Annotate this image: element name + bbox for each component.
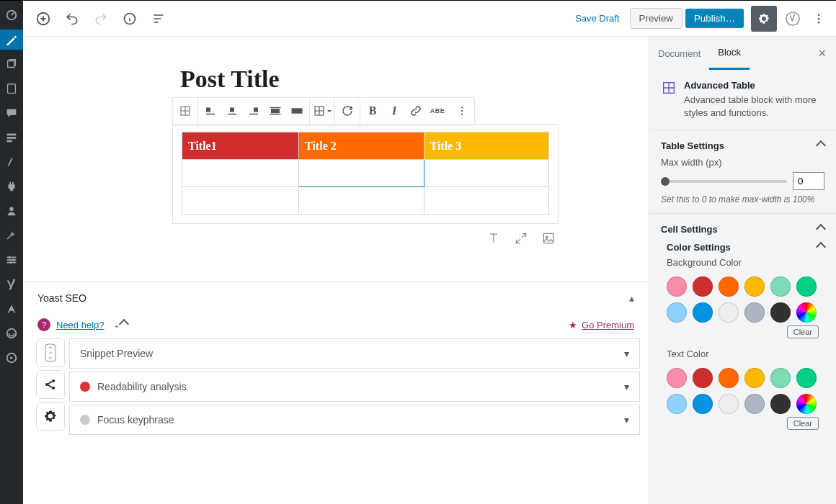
sidebar-posts[interactable] [0,30,23,50]
color-swatch[interactable] [667,276,687,297]
table-cell-selected[interactable] [299,160,424,187]
color-swatch[interactable] [693,276,713,297]
max-width-input[interactable] [793,172,824,190]
align-left-button[interactable] [200,99,221,122]
table-row[interactable] [182,187,549,215]
info-button[interactable] [117,6,143,32]
tab-block[interactable]: Block [709,37,750,70]
go-premium-link[interactable]: Go Premium [582,320,634,330]
focus-keyphrase-label: Focus keyphrase [97,414,174,426]
block-more-button[interactable] [451,99,473,122]
color-swatch[interactable] [667,302,687,323]
image-icon[interactable] [541,231,556,246]
custom-color-swatch[interactable] [796,302,817,323]
tab-document[interactable]: Document [649,38,709,69]
settings-toggle-button[interactable] [751,6,777,32]
align-right-button[interactable] [243,99,264,122]
sidebar-tools[interactable] [0,225,23,246]
text-mode-icon[interactable] [486,231,501,246]
table-header-1[interactable]: Title1 [182,132,299,160]
outline-button[interactable] [146,6,172,32]
svg-point-36 [546,236,548,238]
preview-button[interactable]: Preview [630,8,682,29]
bold-button[interactable]: B [362,99,383,122]
align-center-button[interactable] [221,99,243,122]
color-swatch[interactable] [796,368,817,388]
add-block-button[interactable] [30,6,56,32]
sidebar-users[interactable] [0,201,23,221]
sidebar-dashboard[interactable] [0,5,23,25]
table-row[interactable] [182,160,549,187]
strikethrough-button[interactable]: ABE [427,99,448,122]
block-type-icon[interactable] [174,99,196,122]
color-swatch[interactable] [770,394,791,414]
table-settings-toggle[interactable]: Table Settings [661,139,824,153]
need-help-link[interactable]: Need help? [56,320,104,330]
bg-clear-button[interactable]: Clear [787,325,819,338]
sidebar-item-a[interactable] [0,299,23,319]
color-swatch[interactable] [693,302,713,323]
sidebar-media[interactable] [0,54,23,74]
color-swatch[interactable] [667,368,687,388]
sidebar-item-c[interactable] [0,348,23,368]
color-swatch[interactable] [693,394,713,414]
yoast-header[interactable]: Yoast SEO ▴ [23,282,649,314]
color-swatch[interactable] [770,302,791,323]
color-swatch[interactable] [744,276,765,297]
sidebar-yoast[interactable] [0,274,23,294]
color-swatch[interactable] [770,276,791,297]
color-swatch[interactable] [719,394,739,414]
text-clear-button[interactable]: Clear [787,417,819,430]
sidebar-item-b[interactable] [0,323,23,343]
redo-button[interactable] [88,6,114,32]
sidebar-comments[interactable] [0,103,23,123]
color-settings-toggle[interactable]: Color Settings [661,236,824,253]
yoast-tab-snippet[interactable] [36,338,65,367]
post-title[interactable]: Post Title [180,66,649,93]
align-full-button[interactable] [286,99,308,122]
focus-keyphrase-accordion[interactable]: Focus keyphrase▾ [69,405,640,435]
color-swatch[interactable] [744,394,765,414]
sidebar-appearance[interactable] [0,152,23,172]
color-swatch[interactable] [693,368,713,388]
cell-settings-toggle[interactable]: Cell Settings [661,222,824,236]
table-edit-dropdown[interactable] [311,99,333,122]
yoast-panel: Yoast SEO ▴ ? Need help? ⌄ ★ Go Pre [23,282,649,438]
svg-rect-9 [9,256,10,259]
close-sidebar-button[interactable]: × [808,46,836,61]
undo-button[interactable] [59,6,85,32]
color-swatch[interactable] [667,394,687,414]
link-button[interactable] [405,99,427,122]
snippet-preview-accordion[interactable]: Snippet Preview▾ [69,338,640,369]
more-menu-button[interactable] [809,6,829,32]
max-width-slider[interactable] [661,180,787,183]
yoast-tab-social[interactable] [36,370,65,399]
color-swatch[interactable] [770,368,791,388]
color-swatch[interactable] [719,368,739,388]
color-swatch[interactable] [744,368,765,388]
custom-color-swatch[interactable] [796,394,817,414]
expand-icon[interactable] [514,231,528,246]
sidebar-settings[interactable] [0,250,23,270]
align-wide-button[interactable] [264,99,286,122]
yoast-toggle-button[interactable] [780,6,806,32]
table-header-3[interactable]: Title 3 [424,132,549,160]
color-swatch[interactable] [744,302,765,323]
yoast-tab-advanced[interactable] [36,402,65,431]
italic-button[interactable]: I [383,99,405,122]
max-width-hint: Set this to 0 to make max-width is 100% [661,194,824,204]
color-swatch[interactable] [719,276,739,297]
save-draft-link[interactable]: Save Draft [568,13,626,24]
color-swatch[interactable] [719,302,739,323]
advanced-table-block[interactable]: Title1 Title 2 Title 3 [172,124,559,224]
refresh-button[interactable] [337,99,358,122]
svg-rect-35 [543,233,553,243]
editor-canvas[interactable]: Post Title [23,37,649,504]
sidebar-pages[interactable] [0,78,23,99]
sidebar-forms[interactable] [0,127,23,148]
table-header-2[interactable]: Title 2 [299,132,424,160]
color-swatch[interactable] [796,276,817,297]
publish-button[interactable]: Publish… [685,9,744,28]
readability-accordion[interactable]: Readability analysis▾ [69,372,640,402]
sidebar-plugins[interactable] [0,176,23,197]
